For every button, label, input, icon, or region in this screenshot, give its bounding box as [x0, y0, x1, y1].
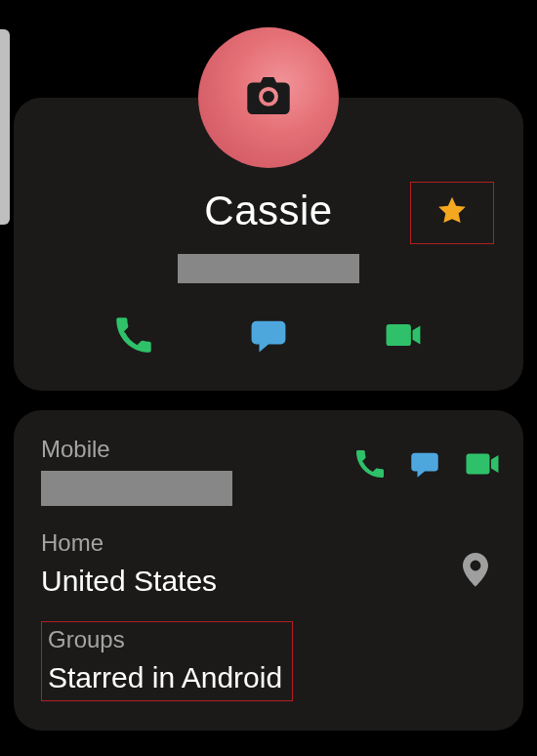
favorite-button[interactable] [410, 182, 494, 244]
camera-icon [247, 77, 290, 118]
star-icon [435, 194, 469, 231]
contact-avatar[interactable] [198, 27, 339, 168]
contact-header-card: Cassie [14, 98, 523, 391]
chat-icon [410, 449, 439, 483]
phone-icon [115, 316, 152, 357]
groups-field[interactable]: Groups Starred in Android [41, 621, 496, 701]
scroll-handle[interactable] [0, 29, 10, 225]
video-button[interactable] [385, 318, 422, 356]
chat-icon [250, 316, 287, 357]
primary-actions [66, 318, 472, 356]
location-pin-icon [463, 553, 488, 586]
video-icon [385, 316, 422, 357]
contact-name: Cassie [204, 188, 332, 234]
message-button[interactable] [250, 318, 287, 356]
mobile-video-button[interactable] [465, 451, 500, 481]
contact-details-card: Mobile Home United States [14, 410, 523, 731]
redacted-mobile-number [41, 471, 232, 506]
redacted-subtitle [178, 254, 359, 283]
groups-label: Groups [48, 626, 282, 653]
mobile-actions [355, 451, 500, 481]
home-label: Home [41, 529, 496, 557]
mobile-field[interactable]: Mobile [41, 436, 496, 506]
call-button[interactable] [115, 318, 152, 356]
name-row: Cassie [33, 188, 504, 234]
home-value: United States [41, 565, 496, 598]
home-field[interactable]: Home United States [41, 529, 496, 598]
mobile-call-button[interactable] [355, 451, 385, 481]
video-icon [465, 446, 500, 485]
phone-icon [355, 449, 385, 483]
mobile-message-button[interactable] [410, 451, 439, 481]
groups-value: Starred in Android [48, 661, 282, 694]
groups-highlight-box: Groups Starred in Android [41, 621, 293, 701]
